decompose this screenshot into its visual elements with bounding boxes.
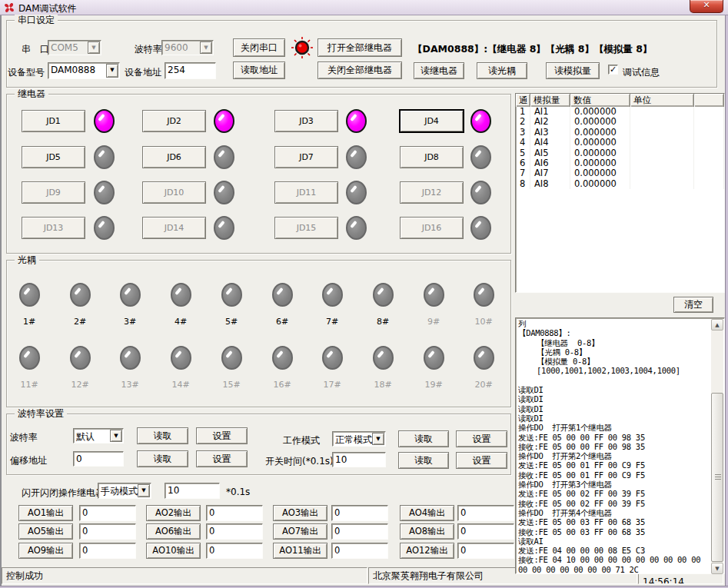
chevron-down-icon[interactable]: ▼ [372, 433, 384, 445]
read-opto-button[interactable]: 读光耦 [477, 62, 527, 79]
ao-output-button-ao3[interactable]: AO3输出 [273, 505, 327, 521]
chevron-down-icon[interactable]: ▼ [138, 484, 150, 497]
offset-read-button[interactable]: 读取 [137, 450, 188, 467]
offset-address-input[interactable]: 0 [73, 451, 124, 467]
window-frame-right [725, 15, 728, 588]
switch-time-set-button[interactable]: 设置 [456, 452, 507, 469]
analog-header-4[interactable]: 单位 [630, 94, 694, 107]
ao-value-input-ao11[interactable]: 0 [331, 543, 388, 559]
serial-baud-label: 波特率 [135, 43, 162, 56]
relay-button-jd16: JD16 [400, 217, 464, 239]
ao-value-input-ao7[interactable]: 0 [331, 523, 388, 540]
ao-output-button-ao9[interactable]: AO9输出 [18, 543, 73, 559]
relay-indicator-jd9-icon [94, 181, 115, 204]
analog-header-1[interactable]: 通 [516, 94, 530, 107]
flash-time-input[interactable]: 10 [165, 483, 220, 499]
offset-set-button[interactable]: 设置 [196, 450, 248, 467]
read-analog-button[interactable]: 读模拟量 [546, 62, 600, 79]
relay-button-jd6[interactable]: JD6 [142, 146, 206, 168]
ao-output-button-ao12[interactable]: AO12输出 [400, 543, 454, 559]
work-mode-read-button[interactable]: 读取 [398, 430, 449, 447]
opto-indicator-20-icon [474, 346, 494, 370]
ao-output-button-ao1[interactable]: AO1输出 [18, 505, 73, 521]
ao-output-button-ao2[interactable]: AO2输出 [146, 505, 201, 521]
open-all-relays-button[interactable]: 打开全部继电器 [317, 38, 402, 57]
scroll-down-button[interactable]: ▼ [711, 563, 723, 574]
ao-output-button-ao4[interactable]: AO4输出 [400, 505, 454, 521]
close-serial-button[interactable]: 关闭串口 [233, 38, 285, 57]
debug-info-checkbox[interactable]: ✓ [608, 65, 618, 75]
relay-button-jd1[interactable]: JD1 [22, 110, 85, 132]
device-address-label: 设备地址 [125, 66, 161, 79]
ao-value-input-ao9[interactable]: 0 [79, 543, 136, 559]
read-address-button[interactable]: 读取地址 [233, 61, 285, 79]
ao-output-button-ao8[interactable]: AO8输出 [400, 523, 454, 540]
analog-cell [630, 138, 694, 148]
status-message-panel: 控制成功 [2, 567, 367, 584]
ao-output-button-ao11[interactable]: AO11输出 [273, 543, 327, 559]
flash-mode-select[interactable]: 手动模式 ▼ [98, 483, 151, 499]
ao-value-input-ao4[interactable]: 0 [457, 505, 514, 521]
log-scrollbar[interactable]: ▲ ▼ [711, 319, 723, 573]
work-mode-select[interactable]: 正常模式 ▼ [332, 431, 386, 447]
analog-cell: AI3 [530, 128, 570, 138]
scrollbar-thumb[interactable] [711, 393, 723, 562]
relay-button-jd7[interactable]: JD7 [274, 146, 338, 168]
offset-address-label: 偏移地址 [10, 454, 47, 467]
analog-header-3[interactable]: 数值 [570, 94, 630, 107]
relay-button-jd12: JD12 [400, 181, 464, 204]
ao-output-button-ao10[interactable]: AO10输出 [146, 543, 201, 559]
ao-value-input-ao6[interactable]: 0 [206, 523, 263, 540]
analog-header-5[interactable] [694, 94, 724, 107]
close-button[interactable]: ✕ [690, 0, 723, 13]
ao-output-button-ao6[interactable]: AO6输出 [146, 523, 201, 540]
relay-button-jd3[interactable]: JD3 [274, 110, 338, 132]
analog-header-2[interactable]: 模拟量 [530, 94, 570, 107]
relay-button-jd8[interactable]: JD8 [400, 146, 464, 168]
opto-indicator-4-icon [171, 283, 191, 307]
ao-value-input-ao10[interactable]: 0 [206, 543, 263, 559]
ao-output-button-ao7[interactable]: AO7输出 [273, 523, 327, 540]
ao-output-button-ao5[interactable]: AO5输出 [18, 523, 73, 540]
relay-button-jd4[interactable]: JD4 [400, 110, 464, 132]
chevron-down-icon[interactable]: ▼ [110, 430, 122, 442]
ao-value-input-ao2[interactable]: 0 [206, 505, 263, 521]
switch-time-input[interactable]: 10 [332, 452, 386, 467]
chevron-down-icon[interactable]: ▼ [106, 64, 118, 78]
relay-indicator-jd11-icon [346, 181, 367, 204]
ao-value-input-ao5[interactable]: 0 [79, 523, 136, 540]
table-row: 3AI30.000000 [516, 128, 724, 138]
work-mode-label: 工作模式 [283, 434, 320, 447]
analog-cell: 0.000000 [570, 179, 630, 189]
read-relay-button[interactable]: 读继电器 [414, 62, 464, 79]
device-address-input[interactable]: 254 [165, 62, 216, 79]
baud-read-button[interactable]: 读取 [137, 427, 188, 444]
device-model-select[interactable]: DAM0888 ▼ [48, 62, 120, 79]
ao-value-input-ao12[interactable]: 0 [457, 543, 514, 559]
device-model-value: DAM0888 [51, 65, 95, 75]
ao-value-input-ao1[interactable]: 0 [79, 505, 136, 521]
log-text[interactable]: 列 【DAM0888】: 【继电器 0-8】 【光耦 0-8】 【模拟量 0-8… [518, 319, 711, 573]
opto-group-title: 光耦 [15, 254, 39, 265]
relay-indicator-jd6-icon [214, 145, 234, 169]
analog-cell: 6 [516, 158, 530, 168]
arrow-up-icon: ▲ [715, 322, 719, 328]
serial-port-value: COM5 [51, 42, 78, 53]
opto-label-11: 11# [12, 380, 46, 390]
app-icon [4, 2, 15, 13]
switch-time-read-button[interactable]: 读取 [398, 452, 449, 469]
baud-set-button[interactable]: 设置 [196, 427, 248, 444]
clear-log-button[interactable]: 清空 [673, 297, 713, 313]
work-mode-set-button[interactable]: 设置 [456, 430, 507, 447]
relay-button-jd5[interactable]: JD5 [22, 146, 85, 168]
ao-value-input-ao3[interactable]: 0 [331, 505, 388, 521]
log-box[interactable]: 列 【DAM0888】: 【继电器 0-8】 【光耦 0-8】 【模拟量 0-8… [515, 317, 725, 574]
close-all-relays-button[interactable]: 关闭全部继电器 [317, 61, 402, 79]
baud-rate-select[interactable]: 默认 ▼ [73, 428, 124, 443]
scroll-up-button[interactable]: ▲ [711, 319, 723, 331]
scrollbar-grip-icon [715, 474, 721, 480]
device-summary: 【DAM0888】:【继电器 8】【光耦 8】【模拟量 8】 [413, 43, 652, 56]
chevron-down-icon: ▼ [200, 42, 212, 54]
relay-button-jd2[interactable]: JD2 [142, 110, 206, 132]
ao-value-input-ao8[interactable]: 0 [457, 523, 514, 540]
